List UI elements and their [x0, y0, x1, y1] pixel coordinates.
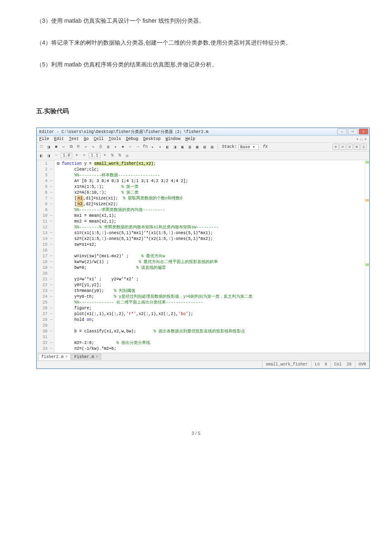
minimize-button[interactable]: —: [337, 128, 347, 135]
paragraph-5: （5）利用 matlab 仿真程序将分类的结果画出仿真图形,并做记录分析。: [25, 59, 367, 70]
menu-file[interactable]: File: [39, 137, 49, 141]
window-title: Editor - C:\Users\xing\Desktop\fisher分类器…: [39, 129, 208, 135]
tab-close-icon[interactable]: ×: [96, 355, 98, 359]
paragraph-3: （3）使用 matlab 仿真实验工具设计一个 fisher 线性判别分类器。: [25, 16, 367, 26]
menu-help[interactable]: Help: [185, 137, 195, 141]
menu-bar[interactable]: FileEditTextGoCellToolsDebugDesktopWindo…: [37, 136, 369, 143]
toolbar-icon-16[interactable]: ▾: [157, 144, 163, 150]
toolbar-icon-19[interactable]: ▣: [179, 144, 185, 150]
dock-dropdown-icon[interactable]: ▾: [356, 137, 359, 142]
layout-icon-3[interactable]: ⊠: [354, 144, 360, 150]
file-tab[interactable]: Fisher.m×: [71, 353, 101, 360]
menu-desktop[interactable]: Desktop: [143, 137, 161, 141]
status-function: small_work_fisher: [262, 361, 311, 368]
fx-button[interactable]: fx: [263, 145, 268, 149]
menu-cell[interactable]: Cell: [94, 137, 104, 141]
toolbar-icon-3[interactable]: ✂: [61, 144, 66, 150]
line-gutter[interactable]: 1 2 −3 4 −5 −6 −7 −8 −9 10 −11 −12 13 −1…: [37, 160, 54, 353]
matlab-editor-window: Editor - C:\Users\xing\Desktop\fisher分类器…: [36, 128, 370, 369]
status-line: Ln 6: [311, 361, 331, 368]
toolbar-icon-13[interactable]: →: [135, 144, 141, 150]
section-heading: 五.实验代码: [36, 107, 367, 115]
maximize-button[interactable]: ▭: [348, 128, 358, 135]
menu-tools[interactable]: Tools: [109, 137, 121, 141]
toolbar-icon-0[interactable]: □: [38, 144, 44, 150]
scale-2-input[interactable]: 1.1: [89, 153, 100, 158]
menu-go[interactable]: Go: [84, 137, 89, 141]
file-tab[interactable]: fisher2.m×: [38, 353, 71, 360]
menu-window[interactable]: Window: [165, 137, 180, 141]
layout-icon-1[interactable]: ⊟: [340, 144, 346, 150]
code-area[interactable]: 1 2 −3 4 −5 −6 −7 −8 −9 10 −11 −12 13 −1…: [37, 160, 369, 353]
menu-edit[interactable]: Edit: [54, 137, 64, 141]
layout-icon-0[interactable]: ⊞: [333, 144, 339, 150]
code-body[interactable]: ⊟ function y = small_work_fisher(x1,x2);…: [54, 160, 365, 353]
close-button[interactable]: ✕: [359, 128, 368, 135]
times-button[interactable]: ×: [102, 153, 108, 159]
toolbar-icon-17[interactable]: ◧: [165, 144, 170, 150]
toolbar-icon-23[interactable]: ▨: [209, 144, 215, 150]
status-col: Col 26: [331, 361, 355, 368]
toolbar-icon-15[interactable]: ▸: [150, 144, 156, 150]
stack-label: Stack:: [222, 145, 237, 149]
toolbar-icon-9[interactable]: ≣: [105, 144, 111, 150]
scale-1-input[interactable]: 1.0: [61, 153, 72, 158]
toolbar-icon-12[interactable]: ←: [128, 144, 133, 150]
status-mode: OVR: [355, 361, 369, 368]
toolbar-icon-7[interactable]: ↷: [90, 144, 96, 150]
message-ribbon[interactable]: [365, 160, 369, 353]
paragraph-4: （4）将记录下来的树叶的数据输入分类器,创建一个二维的分类参数,使用分类器对其进…: [25, 38, 367, 48]
percent-icon[interactable]: %: [109, 153, 115, 159]
minus-button[interactable]: −: [53, 153, 59, 159]
toolbar-icon-20[interactable]: ▥: [187, 144, 193, 150]
divide-button[interactable]: ÷: [81, 153, 87, 159]
menu-debug[interactable]: Debug: [126, 137, 138, 141]
window-close-icon[interactable]: ✕: [364, 137, 367, 142]
toolbar-icon-11[interactable]: ♠: [120, 144, 126, 150]
cell-next-icon[interactable]: ◨: [46, 153, 52, 159]
toolbar-icon-21[interactable]: ▦: [194, 144, 200, 150]
title-bar[interactable]: Editor - C:\Users\xing\Desktop\fisher分类器…: [37, 128, 369, 136]
tab-close-icon[interactable]: ×: [65, 355, 68, 359]
cell-prev-icon[interactable]: ◧: [38, 153, 44, 159]
status-bar: small_work_fisher Ln 6 Col 26 OVR: [37, 361, 369, 368]
toolbar-icon-1[interactable]: ◨: [46, 144, 52, 150]
toolbar-icon-6[interactable]: ↶: [83, 144, 89, 150]
cell-toolbar[interactable]: ◧ ◨ − 1.0 + ÷ 1.1 × % % ◎: [37, 152, 369, 160]
stack-selector[interactable]: Base ▾: [239, 144, 259, 150]
layout-icon-4[interactable]: ◫: [361, 144, 367, 150]
main-toolbar[interactable]: □◨■✂⧉⎘↶↷⎙≣▾♠←→fn▸▾◧◨▣▥▦▧▨ Stack: Base ▾ …: [37, 143, 369, 152]
toolbar-icon-14[interactable]: fn: [142, 144, 148, 150]
toolbar-icon-2[interactable]: ■: [53, 144, 59, 150]
file-tab-bar[interactable]: fisher2.m×Fisher.m×: [37, 353, 369, 361]
toolbar-icon-18[interactable]: ◨: [172, 144, 178, 150]
layout-icon-2[interactable]: ⊡: [347, 144, 353, 150]
circle-icon[interactable]: ◎: [124, 153, 130, 159]
toolbar-icon-8[interactable]: ⎙: [98, 144, 104, 150]
toolbar-separator: [217, 144, 218, 150]
window-tile-icon[interactable]: ☐: [360, 137, 363, 142]
toolbar-icon-10[interactable]: ▾: [113, 144, 118, 150]
menu-text[interactable]: Text: [69, 137, 79, 141]
toolbar-icon-5[interactable]: ⎘: [76, 144, 81, 150]
page-footer: 3 / 5: [25, 431, 367, 436]
toolbar-icon-22[interactable]: ▧: [202, 144, 208, 150]
percent2-icon[interactable]: %: [117, 153, 123, 159]
plus-button[interactable]: +: [74, 153, 80, 159]
toolbar-icon-4[interactable]: ⧉: [68, 144, 74, 150]
